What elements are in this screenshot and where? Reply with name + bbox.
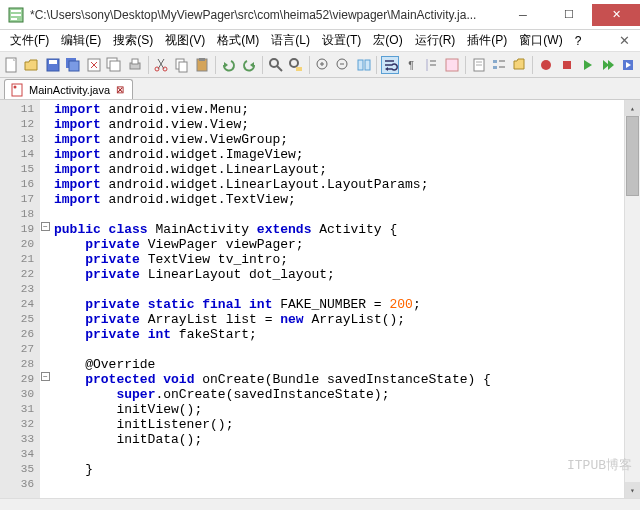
svg-rect-2: [11, 14, 21, 16]
svg-rect-38: [365, 60, 370, 70]
play-multi-icon[interactable]: [599, 56, 617, 74]
svg-marker-54: [584, 60, 592, 70]
svg-point-60: [14, 85, 17, 88]
svg-marker-26: [224, 62, 228, 68]
svg-point-30: [290, 59, 298, 67]
file-icon: [11, 83, 25, 97]
svg-rect-1: [11, 10, 21, 12]
svg-marker-39: [385, 67, 388, 71]
scroll-thumb[interactable]: [626, 116, 639, 196]
line-numbers: 1112131415161718192021222324252627282930…: [0, 100, 40, 498]
save-macro-icon[interactable]: [619, 56, 637, 74]
svg-rect-15: [110, 61, 120, 71]
svg-rect-53: [563, 61, 571, 69]
watermark: ITPUB博客: [567, 456, 632, 474]
stop-macro-icon[interactable]: [558, 56, 576, 74]
show-all-chars-icon[interactable]: ¶: [402, 56, 420, 74]
svg-rect-17: [132, 59, 138, 64]
svg-rect-3: [11, 18, 17, 20]
svg-marker-56: [608, 60, 614, 70]
zoom-out-icon[interactable]: [334, 56, 352, 74]
save-all-icon[interactable]: [65, 56, 83, 74]
tabbar: MainActivity.java ⊠: [0, 78, 640, 100]
menu-macro[interactable]: 宏(O): [367, 30, 408, 51]
svg-rect-37: [358, 60, 363, 70]
replace-icon[interactable]: [287, 56, 305, 74]
svg-rect-8: [49, 60, 57, 64]
find-icon[interactable]: [267, 56, 285, 74]
minimize-button[interactable]: ─: [500, 4, 546, 26]
user-lang-icon[interactable]: [443, 56, 461, 74]
menu-settings[interactable]: 设置(T): [316, 30, 367, 51]
svg-rect-59: [12, 84, 22, 96]
svg-point-28: [270, 59, 278, 67]
tab-mainactivity[interactable]: MainActivity.java ⊠: [4, 79, 133, 99]
menu-close-icon[interactable]: ✕: [613, 33, 636, 48]
horizontal-scrollbar[interactable]: [0, 498, 640, 510]
menu-help[interactable]: ?: [569, 32, 588, 50]
sync-scroll-icon[interactable]: [355, 56, 373, 74]
redo-icon[interactable]: [240, 56, 258, 74]
fold-toggle[interactable]: −: [41, 372, 50, 381]
svg-marker-51: [514, 59, 524, 69]
vertical-scrollbar[interactable]: ▴ ▾: [624, 100, 640, 498]
new-file-icon[interactable]: [3, 56, 21, 74]
window-controls: ─ ☐ ✕: [500, 4, 640, 26]
play-macro-icon[interactable]: [578, 56, 596, 74]
menu-search[interactable]: 搜索(S): [107, 30, 159, 51]
paste-icon[interactable]: [193, 56, 211, 74]
svg-rect-43: [446, 59, 458, 71]
record-macro-icon[interactable]: [537, 56, 555, 74]
scroll-down-icon[interactable]: ▾: [625, 482, 640, 498]
open-file-icon[interactable]: [24, 56, 42, 74]
menu-language[interactable]: 语言(L): [265, 30, 316, 51]
zoom-in-icon[interactable]: [314, 56, 332, 74]
menu-edit[interactable]: 编辑(E): [55, 30, 107, 51]
tab-label: MainActivity.java: [29, 84, 110, 96]
editor: 1112131415161718192021222324252627282930…: [0, 100, 640, 498]
svg-rect-23: [179, 62, 187, 72]
copy-icon[interactable]: [173, 56, 191, 74]
wordwrap-icon[interactable]: [381, 56, 399, 74]
svg-rect-48: [493, 66, 497, 69]
scroll-up-icon[interactable]: ▴: [625, 100, 640, 116]
fold-column: − −: [40, 100, 52, 498]
svg-rect-31: [296, 67, 302, 71]
close-all-icon[interactable]: [106, 56, 124, 74]
menu-format[interactable]: 格式(M): [211, 30, 265, 51]
print-icon[interactable]: [126, 56, 144, 74]
window-title: *C:\Users\sony\Desktop\MyViewPager\src\c…: [30, 8, 500, 22]
menu-plugins[interactable]: 插件(P): [461, 30, 513, 51]
menu-run[interactable]: 运行(R): [409, 30, 462, 51]
svg-marker-6: [25, 60, 37, 70]
tab-close-icon[interactable]: ⊠: [114, 84, 126, 96]
menu-view[interactable]: 视图(V): [159, 30, 211, 51]
app-icon: [8, 7, 24, 23]
maximize-button[interactable]: ☐: [546, 4, 592, 26]
save-icon[interactable]: [44, 56, 62, 74]
menu-window[interactable]: 窗口(W): [513, 30, 568, 51]
svg-line-29: [277, 66, 282, 71]
func-list-icon[interactable]: [490, 56, 508, 74]
svg-rect-47: [493, 60, 497, 63]
close-button[interactable]: ✕: [592, 4, 640, 26]
cut-icon[interactable]: [152, 56, 170, 74]
close-file-icon[interactable]: [85, 56, 103, 74]
fold-toggle[interactable]: −: [41, 222, 50, 231]
svg-rect-25: [199, 58, 205, 61]
folder-tree-icon[interactable]: [511, 56, 529, 74]
svg-rect-10: [69, 61, 79, 71]
toolbar: ¶: [0, 52, 640, 78]
code-area[interactable]: import android.view.Menu;import android.…: [52, 100, 624, 498]
undo-icon[interactable]: [220, 56, 238, 74]
menu-file[interactable]: 文件(F): [4, 30, 55, 51]
svg-marker-27: [250, 62, 254, 68]
indent-guide-icon[interactable]: [423, 56, 441, 74]
titlebar: *C:\Users\sony\Desktop\MyViewPager\src\c…: [0, 0, 640, 30]
doc-map-icon[interactable]: [470, 56, 488, 74]
menubar: 文件(F) 编辑(E) 搜索(S) 视图(V) 格式(M) 语言(L) 设置(T…: [0, 30, 640, 52]
svg-point-52: [541, 60, 551, 70]
